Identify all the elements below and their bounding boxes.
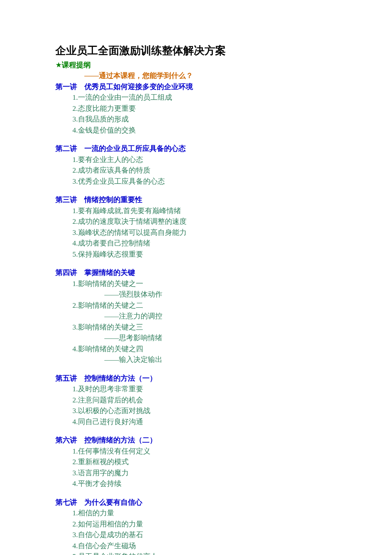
subtitle: ——通过本课程，您能学到什么？ [84, 70, 337, 81]
lecture-block: 第五讲 控制情绪的方法（一）1.及时的思考非常重要2.注意问题背后的机会3.以积… [55, 373, 337, 428]
outline-item: 2.注意问题背后的机会 [72, 395, 337, 406]
lecture-block: 第四讲 掌握情绪的关键1.影响情绪的关键之一——强烈肢体动作2.影响情绪的关键之… [55, 267, 337, 365]
star-icon: ★ [55, 61, 62, 69]
outline-item: 2.如何运用相信的力量 [72, 519, 337, 530]
outline-item: 1.相信的力量 [72, 508, 337, 519]
lecture-title: 第一讲 优秀员工如何迎接多变的企业环境 [55, 81, 337, 92]
outline-item: 1.要有企业主人的心态 [72, 154, 337, 165]
lecture-block: 第六讲 控制情绪的方法（二）1.任何事情没有任何定义2.重新框视的模式3.语言用… [55, 435, 337, 489]
outline-subitem: ——输入决定输出 [104, 354, 337, 365]
outline-item: 4.影响情绪的关键之四 [72, 344, 337, 355]
section-header: 课程提纲 [62, 61, 91, 69]
outline-item: 4.自信心会产生磁场 [72, 541, 337, 552]
outline-item: 3.自我品质的形成 [72, 114, 337, 125]
outline-item: 1.影响情绪的关键之一 [72, 278, 337, 289]
outline-item: 1.任何事情没有任何定义 [72, 446, 337, 457]
outline-item: 3.语言用字的魔力 [72, 468, 337, 479]
outline-item: 4.平衡才会持续 [72, 478, 337, 489]
outline-item: 3.巅峰状态的情绪可以提高自身能力 [72, 227, 337, 238]
lecture-block: 第一讲 优秀员工如何迎接多变的企业环境1.一流的企业由一流的员工组成2.态度比能… [55, 81, 337, 136]
lecture-block: 第二讲 一流的企业员工所应具备的心态1.要有企业主人的心态2.成功者应该具备的特… [55, 143, 337, 187]
outline-item: 2.重新框视的模式 [72, 457, 337, 468]
outline-item: 5.员工是企业形象的代言人 [72, 551, 337, 555]
outline-item: 1.要有巅峰成就,首先要有巅峰情绪 [72, 205, 337, 217]
lecture-title: 第七讲 为什么要有自信心 [55, 497, 337, 508]
outline-item: 3.优秀企业员工应具备的心态 [72, 176, 337, 187]
outline-item: 2.成功的速度取决于情绪调整的速度 [72, 216, 337, 227]
outline-item: 4.成功者要自己控制情绪 [72, 238, 337, 249]
outline-subitem: ——思考影响情绪 [104, 332, 337, 344]
lecture-title: 第六讲 控制情绪的方法（二） [55, 435, 337, 446]
outline-item: 3.影响情绪的关键之三 [72, 322, 337, 333]
lecture-block: 第三讲 情绪控制的重要性1.要有巅峰成就,首先要有巅峰情绪2.成功的速度取决于情… [55, 194, 337, 260]
outline-item: 5.保持巅峰状态很重要 [72, 249, 337, 260]
outline-subitem: ——注意力的调控 [104, 311, 337, 322]
lecture-title: 第三讲 情绪控制的重要性 [55, 194, 337, 205]
lectures-container: 第一讲 优秀员工如何迎接多变的企业环境1.一流的企业由一流的员工组成2.态度比能… [55, 81, 337, 555]
lecture-block: 第七讲 为什么要有自信心1.相信的力量2.如何运用相信的力量3.自信心是成功的基… [55, 497, 337, 555]
document-title: 企业员工全面激励训练整体解决方案 [55, 43, 337, 59]
lecture-title: 第四讲 掌握情绪的关键 [55, 267, 337, 278]
outline-item: 1.一流的企业由一流的员工组成 [72, 92, 337, 103]
outline-item: 2.态度比能力更重要 [72, 103, 337, 114]
outline-item: 2.成功者应该具备的特质 [72, 165, 337, 176]
outline-item: 3.自信心是成功的基石 [72, 529, 337, 541]
outline-item: 2.影响情绪的关键之二 [72, 300, 337, 311]
outline-item: 4.同自己进行良好沟通 [72, 416, 337, 428]
outline-item: 3.以积极的心态面对挑战 [72, 405, 337, 416]
lecture-title: 第二讲 一流的企业员工所应具备的心态 [55, 143, 337, 154]
outline-item: 1.及时的思考非常重要 [72, 384, 337, 395]
section-header-line: ★课程提纲 [55, 60, 337, 71]
lecture-title: 第五讲 控制情绪的方法（一） [55, 373, 337, 384]
outline-subitem: ——强烈肢体动作 [104, 289, 337, 300]
outline-item: 4.金钱是价值的交换 [72, 125, 337, 136]
